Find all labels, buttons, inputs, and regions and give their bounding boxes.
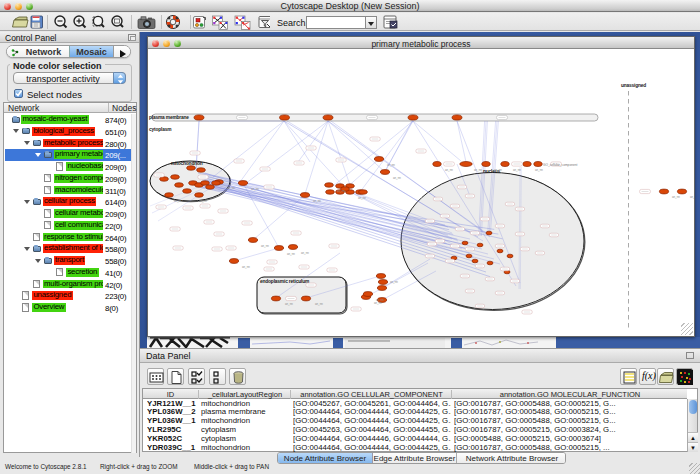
svg-text:an_nn: an_nn	[690, 195, 694, 199]
